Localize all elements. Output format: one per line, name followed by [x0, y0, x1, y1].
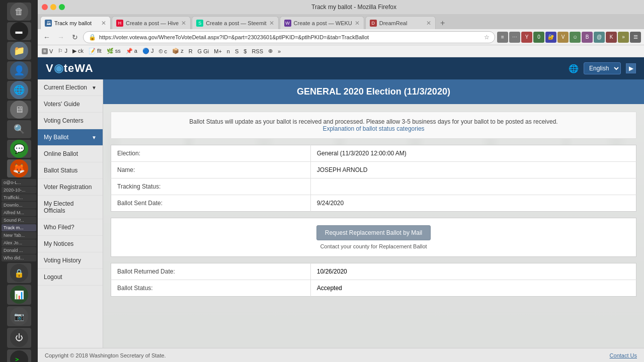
bookmark-item[interactable]: n	[227, 48, 230, 54]
ssl-icon: 🔒	[89, 34, 96, 41]
bookmark-item[interactable]: 📦 z	[172, 48, 184, 54]
language-select[interactable]: English	[584, 62, 621, 74]
tab-close-3[interactable]: ✕	[269, 20, 274, 27]
ext-lock2-icon[interactable]: 🔐	[545, 32, 556, 43]
bookmark-item[interactable]: 🌿 ss	[107, 48, 121, 54]
ext-K-icon[interactable]: K	[606, 32, 617, 43]
ext-0-icon[interactable]: 0	[533, 32, 544, 43]
taskbar-list-item[interactable]: o@o-L...	[2, 179, 36, 186]
sidebar-item-voting-centers[interactable]: Voting Centers	[38, 113, 103, 129]
forward-button[interactable]: →	[55, 31, 67, 43]
taskbar-chart-icon[interactable]: 📊	[7, 285, 31, 305]
language-arrow-button[interactable]: ▶	[626, 63, 636, 73]
contact-us-link[interactable]: Contact Us	[610, 352, 637, 358]
taskbar-list-item[interactable]: Who did...	[2, 254, 36, 261]
ext-menu-icon[interactable]: ⋯	[509, 32, 520, 43]
back-button[interactable]: ←	[41, 31, 53, 43]
sidebar-item-who-filed[interactable]: Who Filed?	[38, 219, 103, 236]
taskbar-globe-icon[interactable]: 🌐	[7, 81, 31, 99]
ballot-info-table: Election: General (11/3/2020 12:00:00 AM…	[111, 145, 636, 212]
bookmark-item[interactable]: RSS	[252, 48, 263, 54]
sidebar-item-online-ballot[interactable]: Online Ballot	[38, 146, 103, 162]
taskbar-trash-icon[interactable]: 🗑	[7, 3, 31, 21]
minimize-button[interactable]	[50, 4, 56, 10]
ext-arrow-icon[interactable]: »	[618, 32, 629, 43]
taskbar-chat-icon[interactable]: 💬	[7, 140, 31, 158]
sidebar-item-logout[interactable]: Logout	[38, 269, 103, 286]
ext-y-icon[interactable]: Y	[521, 32, 532, 43]
bookmark-item[interactable]: 📝 flt	[89, 48, 102, 54]
taskbar-list-item[interactable]: Alfred M...	[2, 209, 36, 216]
address-bar[interactable]: 🔒 https://voter.votewa.gov/WhereToVoteDe…	[83, 31, 495, 43]
taskbar-list-item[interactable]: Sound P...	[2, 217, 36, 224]
taskbar-list-item[interactable]: 2020-10-...	[2, 187, 36, 194]
taskbar-lock-icon[interactable]: 🔒	[7, 263, 31, 283]
sidebar-item-ballot-status[interactable]: Ballot Status	[38, 162, 103, 179]
taskbar-firefox-icon[interactable]: 🦊	[7, 159, 31, 177]
sidebar-item-voter-registration[interactable]: Voter Registration	[38, 179, 103, 196]
taskbar-monitor-icon[interactable]: 🖥	[7, 101, 31, 119]
bookmark-item[interactable]: »	[278, 48, 281, 54]
sidebar-item-voters-guide[interactable]: Voters' Guide	[38, 96, 103, 113]
bookmark-item[interactable]: S	[235, 48, 238, 54]
taskbar-search-icon[interactable]: 🔍	[7, 120, 31, 138]
taskbar-files-icon[interactable]: 📁	[7, 42, 31, 60]
request-replacement-ballot-button[interactable]: Request Replacement Ballot by Mail	[316, 225, 431, 240]
ext-at-icon[interactable]: @	[594, 32, 605, 43]
tab-weku[interactable]: W Create a post — WEKU ✕	[280, 16, 364, 29]
table-row: Ballot Returned Date: 10/26/2020	[111, 263, 636, 280]
logo-dot: ◉	[54, 62, 64, 74]
ext-face-icon[interactable]: ☺	[570, 32, 581, 43]
ballot-returned-label: Ballot Returned Date:	[111, 263, 311, 280]
taskbar-list-item[interactable]: New Tab...	[2, 232, 36, 239]
tab-favicon-1: 🗳	[45, 20, 52, 27]
bookmark-item[interactable]: 🔵 J	[142, 48, 154, 54]
tab-hive[interactable]: H Create a post — Hive ✕	[112, 16, 191, 29]
new-tab-button[interactable]: +	[437, 17, 449, 29]
bookmark-item[interactable]: $	[244, 48, 247, 54]
taskbar-person-icon[interactable]: 👤	[7, 61, 31, 79]
taskbar-camera-icon[interactable]: 📷	[7, 306, 31, 326]
bookmark-item[interactable]: © c	[158, 48, 167, 54]
tab-close-5[interactable]: ✕	[426, 20, 431, 27]
tab-close-2[interactable]: ✕	[181, 20, 186, 27]
tab-dreamreal[interactable]: D DreamReal ✕	[365, 16, 436, 29]
taskbar-power-icon[interactable]: ⏻	[7, 328, 31, 348]
tab-close-4[interactable]: ✕	[355, 20, 360, 27]
bookmark-item[interactable]: ⚐ J	[58, 48, 67, 54]
ext-b-icon[interactable]: B	[582, 32, 593, 43]
taskbar-list-item[interactable]: Donald ...	[2, 247, 36, 254]
tab-close-1[interactable]: ✕	[101, 20, 106, 27]
sidebar: Current Election ▼ Voters' Guide Voting …	[38, 79, 103, 348]
close-button[interactable]	[42, 4, 48, 10]
bookmark-item[interactable]: G Gi	[198, 48, 209, 54]
bookmark-item[interactable]: B V	[42, 48, 53, 54]
tab-steemit[interactable]: S Create a post — Steemit ✕	[192, 16, 278, 29]
bookmark-item[interactable]: M+	[214, 48, 222, 54]
bookmark-item[interactable]: ▶ ck	[72, 48, 84, 54]
taskbar-list-item[interactable]: Trafficki...	[2, 194, 36, 201]
table-row: Name: JOSEPH ARNOLD	[111, 162, 636, 178]
bookmark-item[interactable]: 📌 a	[126, 48, 137, 54]
sidebar-item-my-ballot[interactable]: My Ballot ▼	[38, 129, 103, 146]
sidebar-item-my-elected-officials[interactable]: My Elected Officials	[38, 196, 103, 219]
taskbar-terminal-icon[interactable]: ▬	[7, 22, 31, 40]
tab-track-ballot[interactable]: 🗳 Track my ballot ✕	[40, 16, 111, 29]
maximize-button[interactable]	[59, 4, 65, 10]
bookmark-item[interactable]: R	[189, 48, 193, 54]
taskbar-list-item[interactable]: Downlo...	[2, 202, 36, 209]
ext-V-icon[interactable]: V	[557, 32, 569, 43]
taskbar-list-item[interactable]: Track m...	[2, 224, 36, 231]
sidebar-item-my-notices[interactable]: My Notices	[38, 236, 103, 252]
notice-link[interactable]: Explanation of ballot status categories	[323, 125, 424, 132]
bookmark-item[interactable]: ⊕	[268, 48, 273, 54]
sidebar-item-current-election[interactable]: Current Election ▼	[38, 79, 103, 96]
reload-button[interactable]: ↻	[69, 31, 81, 43]
ext-menu2-icon[interactable]: ☰	[630, 32, 641, 43]
bookmark-star-icon[interactable]: ☆	[484, 34, 490, 41]
sidebar-item-voting-history[interactable]: Voting History	[38, 252, 103, 269]
ext-reader-icon[interactable]: ≡	[497, 32, 508, 43]
taskbar-list-item[interactable]: Alex Jo...	[2, 239, 36, 246]
taskbar-terminal2-icon[interactable]: >_	[7, 349, 31, 362]
title-bar: Track my ballot - Mozilla Firefox	[38, 0, 644, 14]
